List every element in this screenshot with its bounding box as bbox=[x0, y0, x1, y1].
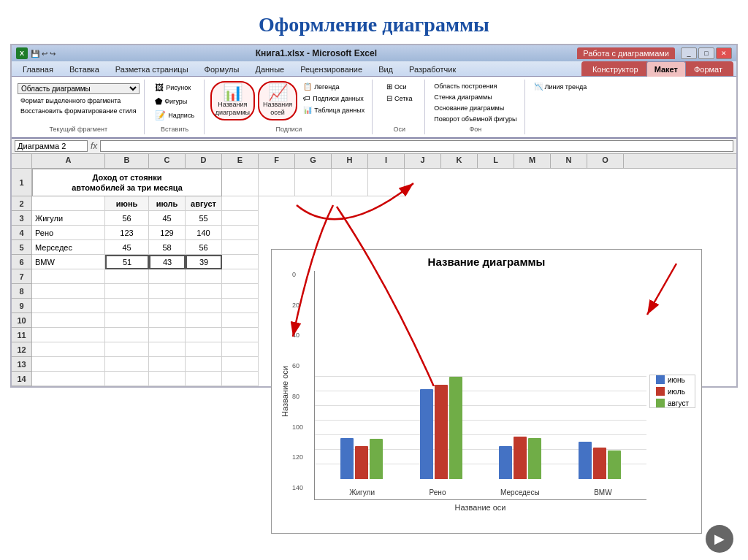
axes-button[interactable]: ⊞ Оси bbox=[383, 81, 410, 92]
cell-d3[interactable]: 55 bbox=[186, 211, 222, 226]
cell-d9[interactable] bbox=[186, 299, 222, 313]
tab-constructor[interactable]: Конструктор bbox=[584, 61, 646, 77]
chart-area[interactable]: Название диаграммы Название оси 140 120 … bbox=[271, 249, 702, 534]
name-box-input[interactable] bbox=[15, 140, 88, 152]
maximize-button[interactable]: □ bbox=[698, 47, 714, 59]
minimize-button[interactable]: _ bbox=[681, 47, 697, 59]
cell-e4[interactable] bbox=[222, 226, 259, 240]
cell-a14[interactable] bbox=[32, 372, 105, 386]
tab-page-layout[interactable]: Разметка страницы bbox=[107, 61, 196, 77]
cell-d12[interactable] bbox=[186, 342, 222, 357]
cell-a3[interactable]: Жигули bbox=[32, 211, 105, 226]
cell-e8[interactable] bbox=[222, 284, 259, 299]
cell-b9[interactable] bbox=[105, 299, 149, 313]
cell-c2[interactable]: июль bbox=[149, 196, 186, 211]
cell-b6[interactable]: 51 bbox=[105, 255, 149, 269]
picture-button[interactable]: 🖼 Рисунок bbox=[152, 81, 194, 94]
cell-a5[interactable]: Мерседес bbox=[32, 240, 105, 255]
legend-button[interactable]: 📋 Легенда bbox=[300, 81, 367, 92]
cell-a4[interactable]: Рено bbox=[32, 226, 105, 240]
cell-e5[interactable] bbox=[222, 240, 259, 255]
area-selector[interactable]: Область диаграммы bbox=[18, 83, 140, 94]
data-table-button[interactable]: 📊 Таблица данных bbox=[300, 104, 367, 115]
cell-b3[interactable]: 56 bbox=[105, 211, 149, 226]
cell-e14[interactable] bbox=[222, 372, 259, 386]
cell-e9[interactable] bbox=[222, 299, 259, 313]
cell-e12[interactable] bbox=[222, 342, 259, 357]
cell-d6[interactable]: 39 bbox=[186, 255, 222, 269]
cell-d10[interactable] bbox=[186, 313, 222, 328]
restore-format-button[interactable]: Восстановить форматирование стиля bbox=[18, 106, 140, 116]
cell-a6[interactable]: BMW bbox=[32, 255, 105, 269]
cell-b2[interactable]: июнь bbox=[105, 196, 149, 211]
cell-a7[interactable] bbox=[32, 269, 105, 284]
cell-d4[interactable]: 140 bbox=[186, 226, 222, 240]
tab-formulas[interactable]: Формулы bbox=[196, 61, 248, 77]
data-labels-button[interactable]: 🏷 Подписи данных bbox=[300, 93, 367, 104]
cell-f1[interactable] bbox=[259, 169, 295, 196]
chart-floor-button[interactable]: Основание диаграммы bbox=[431, 103, 507, 113]
trendline-button[interactable]: 📉 Линия тренда bbox=[531, 81, 590, 92]
cell-c8[interactable] bbox=[149, 284, 186, 299]
cell-d7[interactable] bbox=[186, 269, 222, 284]
tab-data[interactable]: Данные bbox=[247, 61, 292, 77]
cell-a2[interactable] bbox=[32, 196, 105, 211]
cell-a11[interactable] bbox=[32, 328, 105, 342]
shapes-button[interactable]: ⬟ Фигуры bbox=[152, 95, 190, 108]
cell-h1[interactable] bbox=[332, 169, 368, 196]
cell-a8[interactable] bbox=[32, 284, 105, 299]
cell-e10[interactable] bbox=[222, 313, 259, 328]
textbox-button[interactable]: 📝 Надпись bbox=[152, 109, 197, 122]
cell-c12[interactable] bbox=[149, 342, 186, 357]
cell-d2[interactable]: август bbox=[186, 196, 222, 211]
cell-e3[interactable] bbox=[222, 211, 259, 226]
cell-b11[interactable] bbox=[105, 328, 149, 342]
cell-c10[interactable] bbox=[149, 313, 186, 328]
cell-d14[interactable] bbox=[186, 372, 222, 386]
cell-e1[interactable] bbox=[222, 169, 259, 196]
chart-title-button[interactable]: 📊 Названия диаграммы bbox=[210, 81, 255, 120]
chart-wall-button[interactable]: Стенка диаграммы bbox=[431, 92, 495, 102]
plot-area-button[interactable]: Область построения bbox=[431, 81, 500, 91]
cell-a1[interactable]: Доход от стоянкиавтомобилей за три месяц… bbox=[32, 169, 222, 196]
cell-a13[interactable] bbox=[32, 357, 105, 372]
cell-e13[interactable] bbox=[222, 357, 259, 372]
cell-e6[interactable] bbox=[222, 255, 259, 269]
cell-c9[interactable] bbox=[149, 299, 186, 313]
tab-review[interactable]: Рецензирование bbox=[292, 61, 370, 77]
cell-b5[interactable]: 45 bbox=[105, 240, 149, 255]
cell-c13[interactable] bbox=[149, 357, 186, 372]
cell-b10[interactable] bbox=[105, 313, 149, 328]
tab-format[interactable]: Формат bbox=[686, 61, 730, 77]
cell-c5[interactable]: 58 bbox=[149, 240, 186, 255]
cell-b7[interactable] bbox=[105, 269, 149, 284]
format-fragment-button[interactable]: Формат выделенного фрагмента bbox=[18, 96, 140, 106]
cell-d11[interactable] bbox=[186, 328, 222, 342]
nav-arrow-button[interactable]: ▶ bbox=[706, 525, 733, 553]
cell-c11[interactable] bbox=[149, 328, 186, 342]
tab-home[interactable]: Главная bbox=[15, 61, 61, 77]
formula-input[interactable] bbox=[100, 140, 733, 152]
cell-b4[interactable]: 123 bbox=[105, 226, 149, 240]
cell-i1[interactable] bbox=[368, 169, 405, 196]
cell-e2[interactable] bbox=[222, 196, 259, 211]
cell-c14[interactable] bbox=[149, 372, 186, 386]
tab-view[interactable]: Вид bbox=[370, 61, 401, 77]
tab-insert[interactable]: Вставка bbox=[61, 61, 107, 77]
tab-developer[interactable]: Разработчик bbox=[401, 61, 464, 77]
tab-layout[interactable]: Макет bbox=[646, 61, 686, 77]
gridlines-button[interactable]: ⊟ Сетка bbox=[383, 93, 415, 104]
cell-d13[interactable] bbox=[186, 357, 222, 372]
cell-b12[interactable] bbox=[105, 342, 149, 357]
cell-b13[interactable] bbox=[105, 357, 149, 372]
cell-e11[interactable] bbox=[222, 328, 259, 342]
cell-d5[interactable]: 56 bbox=[186, 240, 222, 255]
cell-b8[interactable] bbox=[105, 284, 149, 299]
cell-e7[interactable] bbox=[222, 269, 259, 284]
cell-a10[interactable] bbox=[32, 313, 105, 328]
rotate-button[interactable]: Поворот объёмной фигуры bbox=[431, 114, 519, 124]
cell-c3[interactable]: 45 bbox=[149, 211, 186, 226]
cell-b14[interactable] bbox=[105, 372, 149, 386]
axis-title-button[interactable]: 📈 Названия осей bbox=[258, 81, 297, 120]
cell-d8[interactable] bbox=[186, 284, 222, 299]
